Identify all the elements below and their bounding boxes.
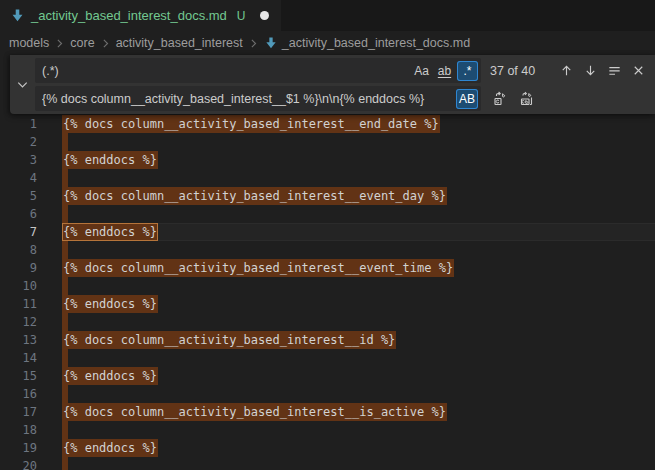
- find-input-box: Aa ab .*: [35, 58, 481, 83]
- line-number[interactable]: 7: [0, 223, 37, 241]
- replace-input[interactable]: [42, 86, 454, 111]
- editor-line[interactable]: 16: [0, 385, 655, 403]
- line-text[interactable]: [37, 205, 68, 223]
- editor-line[interactable]: 4: [0, 169, 655, 187]
- editor-line[interactable]: 5{% docs column__activity_based_interest…: [0, 187, 655, 205]
- editor-tab[interactable]: _activity_based_interest_docs.md U: [0, 0, 282, 31]
- previous-match-button[interactable]: [556, 60, 577, 81]
- line-number[interactable]: 4: [0, 169, 37, 187]
- line-text[interactable]: [37, 421, 68, 439]
- find-in-selection-button[interactable]: [604, 60, 625, 81]
- line-text[interactable]: [37, 385, 68, 403]
- arrow-up-icon: [559, 63, 574, 78]
- selection-icon: [607, 63, 622, 78]
- line-number[interactable]: 2: [0, 133, 37, 151]
- line-text[interactable]: [37, 169, 68, 187]
- editor-line[interactable]: 3{% enddocs %}: [0, 151, 655, 169]
- editor-line[interactable]: 9{% docs column__activity_based_interest…: [0, 259, 655, 277]
- line-text[interactable]: [37, 241, 68, 259]
- line-text[interactable]: {% docs column__activity_based_interest_…: [37, 259, 454, 277]
- line-number[interactable]: 8: [0, 241, 37, 259]
- replace-all-button[interactable]: [516, 88, 537, 109]
- editor-line[interactable]: 12: [0, 313, 655, 331]
- line-text[interactable]: [37, 133, 68, 151]
- editor-line[interactable]: 2: [0, 133, 655, 151]
- find-input[interactable]: [42, 58, 409, 83]
- line-number[interactable]: 20: [0, 457, 37, 470]
- editor-line[interactable]: 15{% enddocs %}: [0, 367, 655, 385]
- editor-line[interactable]: 10: [0, 277, 655, 295]
- line-number[interactable]: 17: [0, 403, 37, 421]
- line-text[interactable]: {% docs column__activity_based_interest_…: [37, 331, 396, 349]
- replace-button[interactable]: [489, 88, 510, 109]
- editor-line[interactable]: 6: [0, 205, 655, 223]
- line-number[interactable]: 12: [0, 313, 37, 331]
- tab-bar: _activity_based_interest_docs.md U: [0, 0, 655, 31]
- line-text[interactable]: [37, 313, 68, 331]
- modified-dot[interactable]: [260, 11, 269, 20]
- line-number[interactable]: 16: [0, 385, 37, 403]
- line-number[interactable]: 5: [0, 187, 37, 205]
- match-case-toggle[interactable]: Aa: [411, 61, 432, 81]
- arrow-down-icon: [583, 63, 598, 78]
- line-number[interactable]: 6: [0, 205, 37, 223]
- breadcrumb-item-file[interactable]: _activity_based_interest_docs.md: [264, 36, 470, 50]
- breadcrumb: models core activity_based_interest _act…: [0, 31, 655, 55]
- replace-input-box: AB: [35, 86, 481, 111]
- replace-actions: [489, 88, 537, 109]
- editor-line[interactable]: 20: [0, 457, 655, 470]
- line-text[interactable]: {% enddocs %}: [37, 439, 158, 457]
- line-text[interactable]: {% enddocs %}: [37, 295, 158, 313]
- line-number[interactable]: 18: [0, 421, 37, 439]
- find-row: Aa ab .* 37 of 40: [35, 58, 655, 83]
- find-results-count: 37 of 40: [490, 64, 535, 78]
- line-text[interactable]: {% docs column__activity_based_interest_…: [37, 403, 447, 421]
- editor-line[interactable]: 1{% docs column__activity_based_interest…: [0, 115, 655, 133]
- chevron-right-icon: [53, 37, 66, 50]
- replace-icon: [492, 91, 508, 107]
- line-text[interactable]: {% enddocs %}: [37, 367, 158, 385]
- close-icon: [631, 63, 646, 78]
- line-number[interactable]: 11: [0, 295, 37, 313]
- editor-line[interactable]: 17{% docs column__activity_based_interes…: [0, 403, 655, 421]
- regex-toggle[interactable]: .*: [457, 61, 478, 81]
- breadcrumb-item-core[interactable]: core: [70, 36, 94, 50]
- editor-line[interactable]: 7{% enddocs %}: [0, 223, 655, 241]
- whole-word-toggle[interactable]: ab: [434, 61, 455, 81]
- line-text[interactable]: [37, 457, 68, 470]
- close-find-button[interactable]: [628, 60, 649, 81]
- editor-line[interactable]: 18: [0, 421, 655, 439]
- find-actions: [556, 60, 655, 81]
- line-number[interactable]: 1: [0, 115, 37, 133]
- line-text[interactable]: {% enddocs %}: [37, 223, 158, 241]
- toggle-replace-button[interactable]: [10, 55, 35, 114]
- line-number[interactable]: 14: [0, 349, 37, 367]
- chevron-right-icon: [99, 37, 112, 50]
- chevron-down-icon: [15, 77, 30, 92]
- line-text[interactable]: {% docs column__activity_based_interest_…: [37, 187, 447, 205]
- preserve-case-toggle[interactable]: AB: [456, 89, 478, 109]
- breadcrumb-item-activity-based-interest[interactable]: activity_based_interest: [116, 36, 243, 50]
- line-number[interactable]: 3: [0, 151, 37, 169]
- line-number[interactable]: 15: [0, 367, 37, 385]
- line-number[interactable]: 13: [0, 331, 37, 349]
- line-text[interactable]: [37, 277, 68, 295]
- git-status-badge: U: [237, 9, 246, 23]
- line-number[interactable]: 19: [0, 439, 37, 457]
- markdown-icon: [10, 8, 25, 23]
- editor-line[interactable]: 8: [0, 241, 655, 259]
- editor[interactable]: 1{% docs column__activity_based_interest…: [0, 55, 655, 470]
- line-text[interactable]: {% enddocs %}: [37, 151, 158, 169]
- editor-line[interactable]: 13{% docs column__activity_based_interes…: [0, 331, 655, 349]
- replace-row: AB: [35, 86, 655, 111]
- line-text[interactable]: [37, 349, 68, 367]
- editor-line[interactable]: 14: [0, 349, 655, 367]
- line-number[interactable]: 9: [0, 259, 37, 277]
- markdown-icon: [264, 36, 278, 50]
- editor-line[interactable]: 19{% enddocs %}: [0, 439, 655, 457]
- editor-line[interactable]: 11{% enddocs %}: [0, 295, 655, 313]
- next-match-button[interactable]: [580, 60, 601, 81]
- line-text[interactable]: {% docs column__activity_based_interest_…: [37, 115, 440, 133]
- line-number[interactable]: 10: [0, 277, 37, 295]
- breadcrumb-item-models[interactable]: models: [9, 36, 49, 50]
